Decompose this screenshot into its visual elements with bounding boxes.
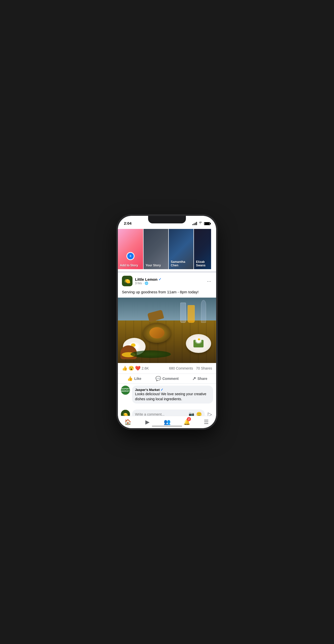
reaction-count[interactable]: 2.6K [142, 366, 149, 370]
reactions-right: 680 Comments 70 Shares [169, 366, 212, 370]
comment-label: Comment [162, 377, 179, 381]
comment-author: Jasper's Market ✓ [135, 388, 210, 392]
reactions-left: 👍 😮 ❤️ 2.6K [122, 366, 149, 371]
battery-icon [204, 222, 210, 225]
comments-count[interactable]: 680 Comments [169, 366, 193, 370]
story-add-to-story[interactable]: + Add to Story [118, 229, 143, 269]
post-little-lemon: 🍋 Little Lemon ✓ 3 hrs · 🌐 ··· [118, 273, 216, 416]
comment-input-row: 🍋 📷 🙂 ▷ [118, 408, 216, 416]
status-icons [192, 222, 210, 225]
share-icon: ↗ [192, 376, 196, 381]
story-elizabeth-swanson[interactable]: ElizabSwans [193, 229, 211, 269]
samantha-chen-label: Samantha Chen [169, 260, 193, 267]
emoji-icon[interactable]: 🙂 [196, 412, 202, 416]
notch [148, 216, 186, 223]
add-to-story-label: Add to Story [118, 264, 143, 267]
video-icon: ▶ [145, 419, 150, 425]
post-food-image [118, 298, 216, 363]
comment-verified-icon: ✓ [160, 388, 163, 392]
like-button[interactable]: 👍 Like [118, 374, 151, 383]
comments-section: JASPER'S MARKET Jasper's Market ✓ Looks … [118, 384, 216, 408]
signal-icon [192, 222, 197, 225]
main-content: + Add to Story Your Story Samantha Chen … [118, 227, 216, 416]
nav-menu[interactable]: ☰ [196, 416, 216, 428]
add-story-plus-icon: + [126, 252, 135, 260]
plate-right [186, 334, 211, 353]
water-glass [180, 303, 186, 323]
champagne-glass [201, 300, 206, 323]
comment-icon: 💬 [155, 376, 161, 381]
comment-text: Looks delicious! We love seeing your cre… [135, 392, 210, 401]
comment-input-wrapper[interactable]: 📷 🙂 [132, 410, 205, 416]
nav-home[interactable]: 🏠 [118, 416, 138, 428]
comment-bubble: Jasper's Market ✓ Looks delicious! We lo… [132, 386, 213, 404]
reaction-bar: 👍 😮 ❤️ 2.6K 680 Comments 70 Shares [118, 363, 216, 374]
food-scene [118, 298, 216, 363]
post-header: 🍋 Little Lemon ✓ 3 hrs · 🌐 ··· [118, 273, 216, 289]
story-samantha-chen[interactable]: Samantha Chen [168, 229, 193, 269]
your-story-label: Your Story [144, 264, 168, 267]
wow-emoji: 😮 [128, 366, 134, 371]
wifi-icon [198, 222, 203, 225]
share-button[interactable]: ↗ Share [183, 374, 216, 383]
phone-screen: 2:04 [118, 216, 216, 428]
pan-dish [143, 323, 171, 343]
friends-icon: 👥 [164, 419, 171, 425]
comment-button[interactable]: 💬 Comment [151, 374, 183, 383]
phone-frame: 2:04 [118, 216, 216, 428]
notification-badge: 2 [187, 417, 191, 421]
stories-row: + Add to Story Your Story Samantha Chen … [118, 227, 216, 273]
more-options-button[interactable]: ··· [206, 277, 212, 285]
post-meta: Little Lemon ✓ 3 hrs · 🌐 [135, 277, 203, 285]
verified-icon: ✓ [158, 277, 161, 281]
current-user-avatar: 🍋 [121, 410, 130, 416]
like-label: Like [134, 377, 141, 381]
story-your-story[interactable]: Your Story [143, 229, 168, 269]
share-label: Share [197, 377, 207, 381]
jaspers-avatar: JASPER'S MARKET [121, 386, 130, 395]
status-time: 2:04 [124, 221, 131, 225]
salad-greens [130, 350, 171, 358]
shares-count[interactable]: 70 Shares [196, 366, 212, 370]
post-time: 3 hrs · 🌐 [135, 281, 203, 285]
post-author-name: Little Lemon ✓ [135, 277, 203, 281]
comment-item: JASPER'S MARKET Jasper's Market ✓ Looks … [121, 386, 213, 404]
camera-icon[interactable]: 📷 [189, 412, 194, 416]
heart-emoji: ❤️ [135, 366, 141, 371]
post-text: Serving up goodness from 11am - 8pm toda… [118, 289, 216, 298]
elizabeth-label: ElizabSwans [194, 260, 211, 267]
menu-icon: ☰ [204, 419, 209, 425]
send-button[interactable]: ▷ [207, 411, 213, 416]
privacy-globe-icon: 🌐 [145, 281, 148, 285]
like-icon: 👍 [127, 376, 133, 381]
action-buttons: 👍 Like 💬 Comment ↗ Share [118, 374, 216, 384]
home-icon: 🏠 [124, 419, 131, 425]
juice-glass [188, 305, 195, 323]
little-lemon-avatar[interactable]: 🍋 [122, 276, 132, 286]
comment-input[interactable] [135, 412, 187, 416]
like-emoji: 👍 [122, 366, 127, 371]
home-indicator [152, 426, 182, 427]
